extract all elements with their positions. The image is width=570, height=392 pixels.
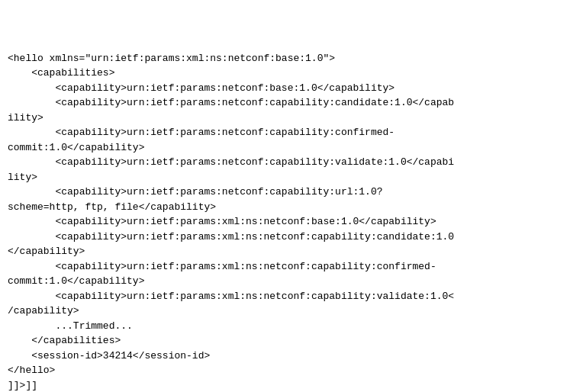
code-display: <hello xmlns="urn:ietf:params:xml:ns:net… bbox=[0, 0, 570, 392]
code-content: <hello xmlns="urn:ietf:params:xml:ns:net… bbox=[8, 53, 454, 391]
